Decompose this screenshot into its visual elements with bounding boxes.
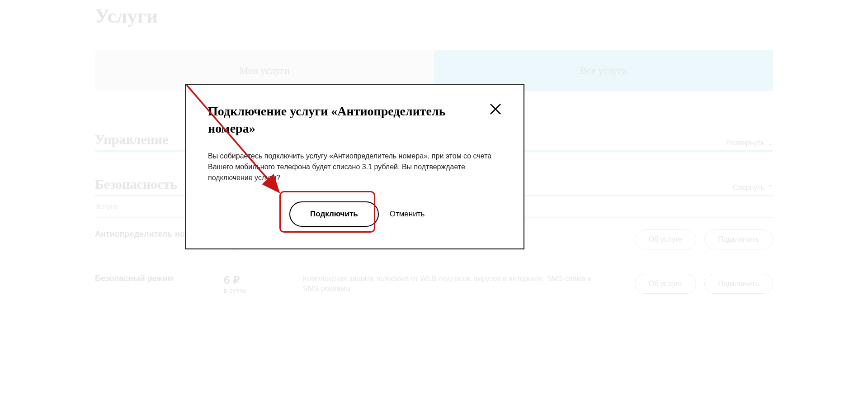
modal-description: Вы собираетесь подключить услугу «Антиоп…	[208, 151, 502, 183]
connect-service-modal: Подключение услуги «Антиопределитель ном…	[185, 84, 524, 249]
cancel-link[interactable]: Отменить	[390, 210, 425, 219]
close-icon	[489, 103, 502, 115]
modal-header: Подключение услуги «Антиопределитель ном…	[208, 103, 502, 137]
modal-title: Подключение услуги «Антиопределитель ном…	[208, 103, 489, 137]
confirm-connect-button[interactable]: Подключить	[289, 201, 379, 227]
modal-actions: Подключить Отменить	[208, 201, 502, 227]
close-modal-button[interactable]	[489, 103, 502, 117]
